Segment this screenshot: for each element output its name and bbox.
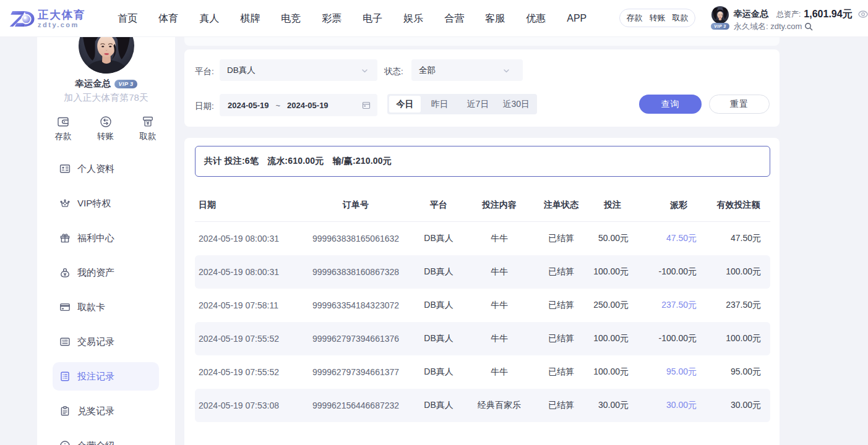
cell-注单状态: 已结算: [542, 266, 580, 278]
column-header-注单状态: 注单状态: [542, 200, 580, 211]
sidebar-item-label: 福利中心: [77, 232, 114, 244]
assets-label: 总资产:: [776, 9, 801, 20]
quick-action-转账[interactable]: 转账: [92, 116, 119, 142]
sidebar-item-label: 投注记录: [77, 371, 114, 383]
site-logo[interactable]: 正大体育 zdty.com: [7, 9, 85, 28]
date-range-tab-昨日[interactable]: 昨日: [421, 96, 459, 112]
logo-zd-icon: [7, 9, 35, 28]
nav-item-体育[interactable]: 体育: [158, 0, 178, 37]
username: 幸运金总: [734, 9, 768, 20]
permanent-domain: 永久域名: zdty.com: [734, 21, 802, 32]
sidebar-item-投注记录[interactable]: 投注记录: [53, 362, 159, 391]
cell-派彩: 95.00元: [645, 367, 700, 378]
bet-records-table: 日期订单号平台投注内容注单状态投注派彩有效投注额2024-05-19 08:00…: [195, 189, 770, 422]
sidebar-item-福利中心[interactable]: 福利中心: [53, 224, 159, 252]
sidebar-item-合营介绍[interactable]: 合营介绍: [53, 431, 159, 445]
deposit-link[interactable]: 存款: [627, 12, 643, 23]
sidebar-item-交易记录[interactable]: 交易记录: [53, 328, 159, 356]
nav-item-棋牌[interactable]: 棋牌: [240, 0, 260, 37]
nav-item-真人[interactable]: 真人: [199, 0, 219, 37]
id-card-icon: [59, 163, 71, 174]
date-range-input[interactable]: 2024-05-19 ~ 2024-05-19: [220, 94, 377, 116]
top-header: 正大体育 zdty.com 首页体育真人棋牌电竞彩票电子娱乐合营客服优惠APP …: [0, 0, 868, 37]
cell-派彩: -100.00元: [645, 266, 700, 278]
nav-item-娱乐[interactable]: 娱乐: [403, 0, 423, 37]
nav-item-电竞[interactable]: 电竞: [281, 0, 301, 37]
vip-badge: VIP 3: [711, 23, 729, 30]
cell-平台: DB真人: [421, 300, 457, 311]
summary-total: 共计 投注:6笔: [204, 156, 259, 167]
nav-item-电子[interactable]: 电子: [363, 0, 382, 37]
cell-有效投注额: 47.50元: [700, 233, 770, 244]
cell-派彩: 30.00元: [645, 400, 700, 411]
status-select[interactable]: 全部: [411, 59, 523, 81]
sidebar-item-我的资产[interactable]: 我的资产: [53, 258, 159, 287]
summary-box: 共计 投注:6笔 流水:610.00元 输/赢:210.00元: [195, 146, 770, 177]
nav-item-APP[interactable]: APP: [567, 0, 587, 37]
transaction-list-icon: [59, 336, 71, 347]
cell-投注: 100.00元: [580, 367, 645, 378]
cell-投注: 250.00元: [580, 300, 645, 311]
cell-派彩: -100.00元: [645, 333, 700, 344]
bet-records-icon: [59, 371, 71, 382]
sidebar: 幸运金总 VIP 3 加入正大体育第78天 存款转账取款 个人资料VIP特权福利…: [37, 37, 175, 445]
query-button[interactable]: 查询: [639, 95, 702, 114]
cell-日期: 2024-05-19 07:53:08: [195, 400, 291, 410]
search-icon[interactable]: [804, 22, 813, 31]
nav-item-客服[interactable]: 客服: [485, 0, 505, 37]
cell-投注内容: 牛牛: [457, 266, 542, 278]
cell-派彩: 47.50元: [645, 233, 700, 244]
transfer-link[interactable]: 转账: [650, 12, 666, 23]
cell-投注内容: 牛牛: [457, 367, 542, 378]
cell-订单号: 999963838160867328: [291, 267, 421, 277]
quick-action-取款[interactable]: 取款: [134, 116, 161, 142]
quick-action-存款[interactable]: 存款: [49, 116, 77, 142]
cell-投注内容: 经典百家乐: [457, 400, 542, 411]
column-header-有效投注额: 有效投注额: [700, 200, 770, 211]
sidebar-item-个人资料[interactable]: 个人资料: [53, 155, 159, 183]
sidebar-item-兑奖记录[interactable]: 兑奖记录: [53, 397, 159, 425]
column-header-日期: 日期: [195, 200, 291, 211]
cell-日期: 2024-05-19 08:00:31: [195, 234, 291, 244]
nav-item-优惠[interactable]: 优惠: [526, 0, 546, 37]
quick-action-label: 存款: [55, 131, 72, 142]
quick-date-tabs: 今日昨日近7日近30日: [387, 94, 537, 114]
cell-订单号: 999963354184323072: [291, 300, 421, 310]
withdraw-link[interactable]: 取款: [672, 12, 689, 23]
cell-注单状态: 已结算: [542, 233, 580, 244]
cell-投注内容: 牛牛: [457, 300, 542, 311]
date-range-tab-近7日[interactable]: 近7日: [459, 96, 497, 112]
nav-item-首页[interactable]: 首页: [118, 0, 137, 37]
reset-button[interactable]: 重置: [709, 95, 770, 114]
table-card: 共计 投注:6笔 流水:610.00元 输/赢:210.00元 日期订单号平台投…: [184, 138, 780, 445]
cell-注单状态: 已结算: [542, 400, 580, 411]
nav-item-合营[interactable]: 合营: [444, 0, 464, 37]
sidebar-item-取款卡[interactable]: 取款卡: [53, 293, 159, 321]
cell-注单状态: 已结算: [542, 367, 580, 378]
cell-日期: 2024-05-19 08:00:31: [195, 267, 291, 277]
logo-title: 正大体育: [38, 9, 85, 21]
summary-winloss: 输/赢:210.00元: [332, 156, 392, 167]
join-days: 加入正大体育第78天: [37, 92, 175, 103]
table-row: 2024-05-19 08:00:31999963838160867328DB真…: [195, 255, 770, 289]
sidebar-item-VIP特权[interactable]: VIP特权: [53, 189, 159, 218]
date-label: 日期:: [195, 101, 214, 112]
cell-注单状态: 已结算: [542, 300, 580, 311]
cell-日期: 2024-05-19 07:55:52: [195, 334, 291, 344]
cell-有效投注额: 100.00元: [700, 333, 770, 344]
cell-投注内容: 牛牛: [457, 233, 542, 244]
cell-日期: 2024-05-19 07:55:52: [195, 367, 291, 377]
logo-domain: zdty.com: [38, 21, 85, 28]
platform-label: 平台:: [195, 66, 214, 77]
eye-icon[interactable]: [858, 11, 868, 18]
date-range-tab-近30日[interactable]: 近30日: [497, 96, 535, 112]
calendar-icon: [362, 101, 371, 112]
platform-select[interactable]: DB真人: [220, 59, 377, 81]
column-header-投注: 投注: [580, 200, 645, 211]
avatar[interactable]: [711, 6, 729, 23]
table-row: 2024-05-19 07:55:52999962797394661377DB真…: [195, 355, 770, 389]
nav-item-彩票[interactable]: 彩票: [322, 0, 342, 37]
date-range-tab-今日[interactable]: 今日: [389, 96, 421, 112]
profile-avatar[interactable]: [79, 37, 134, 74]
sidebar-item-label: 个人资料: [77, 163, 114, 175]
